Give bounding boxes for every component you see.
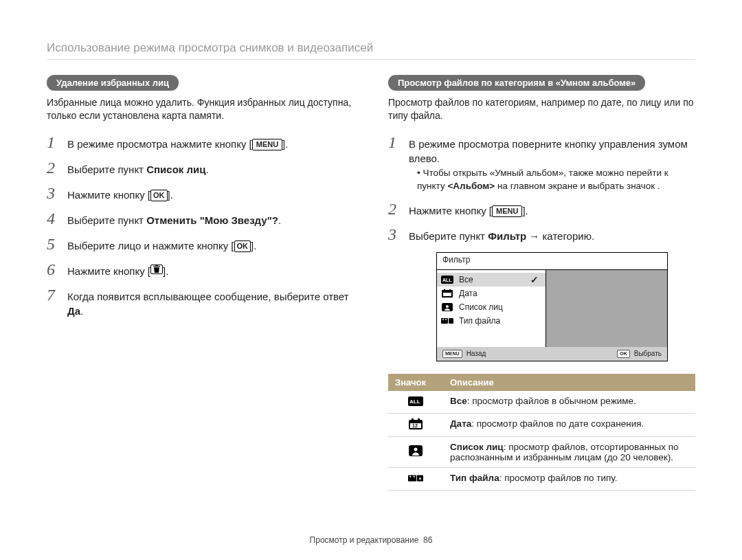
filter-list: ✓ ALL Все Дата Список лиц: [437, 270, 546, 347]
step-text: Когда появится всплывающее сообщение, вы…: [67, 289, 354, 318]
section-pill-delete-faces: Удаление избранных лиц: [47, 75, 179, 91]
step-number: 4: [47, 210, 56, 228]
table-row: Тип файла: просмотр файлов по типу.: [388, 467, 695, 490]
svg-point-24: [414, 475, 415, 477]
step-text: Выберите лицо и нажмите кнопку [OK].: [67, 238, 256, 253]
section-pill-smart-album: Просмотр файлов по категориям в «Умном а…: [388, 75, 645, 91]
ok-icon: OK: [617, 350, 630, 358]
cell-desc: Все: просмотр файлов в обычном режиме.: [443, 391, 695, 414]
step-number: 1: [388, 133, 398, 152]
cell-icon: 12: [388, 413, 443, 436]
trash-icon: [150, 265, 163, 274]
filter-back-button[interactable]: MENU Назад: [442, 350, 486, 358]
step-text: Нажмите кнопку [MENU].: [409, 203, 528, 218]
filter-select-button[interactable]: OK Выбрать: [617, 350, 662, 358]
step-number: 2: [388, 200, 398, 219]
step: 5 Выберите лицо и нажмите кнопку [OK].: [47, 235, 354, 254]
left-intro: Избранные лица можно удалить. Функция из…: [47, 96, 354, 122]
svg-rect-8: [441, 318, 448, 324]
step-number: 7: [47, 286, 56, 304]
all-icon: ALL: [441, 275, 453, 284]
svg-point-23: [409, 475, 411, 477]
step-text: Выберите пункт Отменить "Мою Звезду"?.: [67, 213, 281, 227]
calendar-icon: [441, 289, 453, 298]
table-row: 12 Дата: просмотр файлов по дате сохране…: [388, 413, 695, 436]
face-icon: [441, 302, 453, 312]
svg-rect-3: [443, 293, 451, 296]
menu-icon: MENU: [252, 139, 282, 150]
step-text: В режиме просмотра поверните кнопку упра…: [409, 137, 695, 193]
filter-preview-area: [546, 270, 667, 347]
check-icon: ✓: [530, 274, 539, 285]
filetype-icon: [408, 473, 423, 484]
table-row: Список лиц: просмотр файлов, отсортирова…: [388, 436, 695, 467]
svg-text:ALL: ALL: [409, 399, 420, 405]
left-column: Удаление избранных лиц Избранные лица мо…: [47, 75, 354, 491]
step-number: 6: [47, 260, 56, 279]
svg-rect-17: [418, 418, 420, 421]
step-text: Выберите пункт Список лиц.: [67, 162, 209, 177]
page-footer: Просмотр и редактирование 86: [0, 535, 742, 545]
filter-item-faces[interactable]: Список лиц: [437, 300, 546, 314]
svg-rect-16: [412, 418, 414, 421]
step: 3 Выберите пункт Фильтр → категорию.: [388, 225, 695, 244]
svg-rect-21: [408, 475, 416, 481]
step-number: 2: [47, 159, 56, 177]
cell-icon: [388, 467, 443, 490]
content-columns: Удаление избранных лиц Избранные лица мо…: [47, 75, 695, 491]
step-number: 1: [47, 133, 56, 152]
step: 1 В режиме просмотра поверните кнопку уп…: [388, 133, 695, 193]
step: 2 Нажмите кнопку [MENU].: [388, 200, 695, 219]
svg-point-7: [446, 305, 449, 308]
step-number: 5: [47, 235, 56, 254]
step-sub: Чтобы открыть «Умный альбом», также можн…: [417, 167, 695, 193]
svg-rect-5: [449, 289, 451, 291]
filter-body: ✓ ALL Все Дата Список лиц: [437, 270, 667, 347]
step: 6 Нажмите кнопку [].: [47, 260, 354, 279]
cell-desc: Тип файла: просмотр файлов по типу.: [443, 467, 695, 490]
face-icon: [408, 445, 423, 456]
step: 3 Нажмите кнопку [OK].: [47, 184, 354, 203]
table-row: ALL Все: просмотр файлов в обычном режим…: [388, 391, 695, 414]
filter-item-date[interactable]: Дата: [437, 287, 546, 300]
filter-title: Фильтр: [437, 253, 667, 270]
filter-item-filetype[interactable]: Тип файла: [437, 314, 546, 328]
menu-icon: MENU: [492, 205, 522, 217]
calendar-icon: 12: [408, 418, 423, 429]
ok-icon: OK: [150, 190, 168, 201]
icon-description-table: Значок Описание ALL Все: просмотр файлов…: [388, 374, 695, 491]
svg-point-10: [442, 319, 444, 320]
step: 7 Когда появится всплывающее сообщение, …: [47, 286, 354, 318]
ok-icon: OK: [234, 240, 251, 252]
right-column: Просмотр файлов по категориям в «Умном а…: [388, 75, 695, 491]
all-icon: ALL: [408, 396, 423, 407]
right-intro: Просмотр файлов по категориям, например …: [388, 96, 695, 122]
svg-rect-9: [449, 318, 453, 324]
th-desc: Описание: [443, 374, 695, 391]
step-text: Нажмите кнопку [OK].: [67, 188, 173, 202]
cell-desc: Список лиц: просмотр файлов, отсортирова…: [443, 436, 695, 467]
step-text: Выберите пункт Фильтр → категорию.: [409, 229, 594, 243]
page-title: Использование режима просмотра снимков и…: [47, 41, 695, 60]
cell-icon: [388, 436, 443, 467]
step-number: 3: [388, 225, 398, 244]
step-number: 3: [47, 184, 56, 203]
filetype-icon: [441, 316, 453, 326]
step: 4 Выберите пункт Отменить "Мою Звезду"?.: [47, 210, 354, 228]
page: Использование режима просмотра снимков и…: [0, 0, 742, 560]
cell-icon: ALL: [388, 391, 443, 414]
th-icon: Значок: [388, 374, 443, 391]
cell-desc: Дата: просмотр файлов по дате сохранения…: [443, 413, 695, 436]
menu-icon: MENU: [442, 350, 462, 358]
svg-point-20: [414, 448, 418, 451]
left-steps: 1 В режиме просмотра нажмите кнопку [MEN…: [47, 133, 354, 318]
table-header-row: Значок Описание: [388, 374, 695, 391]
step-text: Нажмите кнопку [].: [67, 264, 168, 278]
filter-item-all[interactable]: ALL Все: [437, 273, 546, 287]
svg-text:12: 12: [412, 423, 418, 428]
svg-text:ALL: ALL: [442, 278, 452, 282]
svg-rect-4: [444, 289, 445, 291]
svg-point-11: [445, 319, 447, 320]
right-steps: 1 В режиме просмотра поверните кнопку уп…: [388, 133, 695, 244]
step: 1 В режиме просмотра нажмите кнопку [MEN…: [47, 133, 354, 152]
